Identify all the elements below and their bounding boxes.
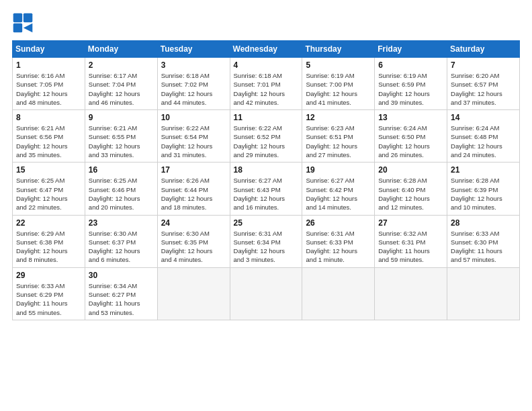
day-info: Sunrise: 6:27 AMSunset: 6:43 PMDaylight:… — [234, 176, 299, 212]
header-row: SundayMondayTuesdayWednesdayThursdayFrid… — [13, 41, 520, 58]
day-info: Sunrise: 6:19 AMSunset: 7:00 PMDaylight:… — [306, 71, 371, 107]
day-header-saturday: Saturday — [447, 41, 520, 58]
day-number: 6 — [378, 60, 443, 70]
day-info: Sunrise: 6:24 AMSunset: 6:48 PMDaylight:… — [451, 124, 516, 159]
day-header-friday: Friday — [375, 41, 447, 58]
calendar-cell: 18Sunrise: 6:27 AMSunset: 6:43 PMDayligh… — [230, 163, 302, 215]
calendar-cell: 9Sunrise: 6:21 AMSunset: 6:55 PMDaylight… — [85, 110, 157, 163]
logo — [12, 12, 36, 34]
calendar-cell: 17Sunrise: 6:26 AMSunset: 6:44 PMDayligh… — [157, 163, 230, 215]
day-info: Sunrise: 6:25 AMSunset: 6:47 PMDaylight:… — [16, 176, 81, 212]
week-row-3: 15Sunrise: 6:25 AMSunset: 6:47 PMDayligh… — [13, 163, 520, 215]
calendar-cell: 8Sunrise: 6:21 AMSunset: 6:56 PMDaylight… — [13, 110, 85, 163]
calendar-cell: 21Sunrise: 6:28 AMSunset: 6:39 PMDayligh… — [447, 163, 520, 215]
day-info: Sunrise: 6:22 AMSunset: 6:54 PMDaylight:… — [161, 124, 226, 159]
day-number: 23 — [89, 218, 154, 228]
day-info: Sunrise: 6:28 AMSunset: 6:39 PMDaylight:… — [451, 176, 516, 212]
day-number: 4 — [234, 60, 299, 70]
day-info: Sunrise: 6:23 AMSunset: 6:51 PMDaylight:… — [306, 124, 371, 159]
day-info: Sunrise: 6:27 AMSunset: 6:42 PMDaylight:… — [306, 176, 371, 212]
calendar-cell — [375, 267, 447, 320]
day-number: 12 — [306, 113, 371, 122]
day-info: Sunrise: 6:33 AMSunset: 6:29 PMDaylight:… — [16, 281, 81, 317]
calendar-cell: 14Sunrise: 6:24 AMSunset: 6:48 PMDayligh… — [447, 110, 520, 163]
day-number: 13 — [378, 113, 443, 122]
calendar-cell: 2Sunrise: 6:17 AMSunset: 7:04 PMDaylight… — [85, 58, 157, 110]
calendar-cell: 19Sunrise: 6:27 AMSunset: 6:42 PMDayligh… — [302, 163, 375, 215]
calendar-cell: 29Sunrise: 6:33 AMSunset: 6:29 PMDayligh… — [13, 267, 85, 320]
day-number: 7 — [451, 60, 516, 70]
day-info: Sunrise: 6:17 AMSunset: 7:04 PMDaylight:… — [89, 71, 154, 107]
calendar-cell: 23Sunrise: 6:30 AMSunset: 6:37 PMDayligh… — [85, 215, 157, 267]
day-number: 8 — [16, 113, 81, 122]
header — [12, 12, 520, 34]
day-info: Sunrise: 6:22 AMSunset: 6:52 PMDaylight:… — [234, 124, 299, 159]
day-info: Sunrise: 6:30 AMSunset: 6:37 PMDaylight:… — [89, 229, 154, 265]
day-info: Sunrise: 6:31 AMSunset: 6:33 PMDaylight:… — [306, 229, 371, 265]
day-header-tuesday: Tuesday — [157, 41, 230, 58]
day-number: 24 — [161, 218, 226, 228]
week-row-2: 8Sunrise: 6:21 AMSunset: 6:56 PMDaylight… — [13, 110, 520, 163]
calendar-cell — [302, 267, 375, 320]
calendar-cell: 15Sunrise: 6:25 AMSunset: 6:47 PMDayligh… — [13, 163, 85, 215]
calendar-cell: 30Sunrise: 6:34 AMSunset: 6:27 PMDayligh… — [85, 267, 157, 320]
day-info: Sunrise: 6:18 AMSunset: 7:02 PMDaylight:… — [161, 71, 226, 107]
day-number: 9 — [89, 113, 154, 122]
day-number: 21 — [451, 165, 516, 175]
day-number: 28 — [451, 218, 516, 228]
calendar-cell — [230, 267, 302, 320]
day-info: Sunrise: 6:19 AMSunset: 6:59 PMDaylight:… — [378, 71, 443, 107]
calendar-cell: 27Sunrise: 6:32 AMSunset: 6:31 PMDayligh… — [375, 215, 447, 267]
day-info: Sunrise: 6:33 AMSunset: 6:30 PMDaylight:… — [451, 229, 516, 265]
calendar-cell: 13Sunrise: 6:24 AMSunset: 6:50 PMDayligh… — [375, 110, 447, 163]
logo-icon — [12, 12, 34, 34]
day-header-monday: Monday — [85, 41, 157, 58]
day-number: 1 — [16, 60, 81, 70]
calendar-cell: 20Sunrise: 6:28 AMSunset: 6:40 PMDayligh… — [375, 163, 447, 215]
day-info: Sunrise: 6:25 AMSunset: 6:46 PMDaylight:… — [89, 176, 154, 212]
calendar-cell: 12Sunrise: 6:23 AMSunset: 6:51 PMDayligh… — [302, 110, 375, 163]
day-number: 2 — [89, 60, 154, 70]
calendar-cell: 25Sunrise: 6:31 AMSunset: 6:34 PMDayligh… — [230, 215, 302, 267]
calendar-cell — [447, 267, 520, 320]
day-info: Sunrise: 6:28 AMSunset: 6:40 PMDaylight:… — [378, 176, 443, 212]
day-info: Sunrise: 6:26 AMSunset: 6:44 PMDaylight:… — [161, 176, 226, 212]
day-number: 10 — [161, 113, 226, 122]
calendar-cell: 4Sunrise: 6:18 AMSunset: 7:01 PMDaylight… — [230, 58, 302, 110]
calendar-cell: 3Sunrise: 6:18 AMSunset: 7:02 PMDaylight… — [157, 58, 230, 110]
day-info: Sunrise: 6:34 AMSunset: 6:27 PMDaylight:… — [89, 281, 154, 317]
calendar-table: SundayMondayTuesdayWednesdayThursdayFrid… — [12, 40, 520, 320]
day-number: 22 — [16, 218, 81, 228]
calendar-cell: 28Sunrise: 6:33 AMSunset: 6:30 PMDayligh… — [447, 215, 520, 267]
day-info: Sunrise: 6:16 AMSunset: 7:05 PMDaylight:… — [16, 71, 81, 107]
svg-rect-1 — [24, 13, 32, 22]
week-row-5: 29Sunrise: 6:33 AMSunset: 6:29 PMDayligh… — [13, 267, 520, 320]
calendar-cell: 16Sunrise: 6:25 AMSunset: 6:46 PMDayligh… — [85, 163, 157, 215]
day-number: 3 — [161, 60, 226, 70]
calendar-cell: 5Sunrise: 6:19 AMSunset: 7:00 PMDaylight… — [302, 58, 375, 110]
day-number: 27 — [378, 218, 443, 228]
day-info: Sunrise: 6:21 AMSunset: 6:55 PMDaylight:… — [89, 124, 154, 159]
calendar-cell: 11Sunrise: 6:22 AMSunset: 6:52 PMDayligh… — [230, 110, 302, 163]
svg-rect-0 — [13, 13, 22, 22]
day-info: Sunrise: 6:20 AMSunset: 6:57 PMDaylight:… — [451, 71, 516, 107]
day-number: 29 — [16, 271, 81, 280]
day-number: 19 — [306, 165, 371, 175]
calendar-cell: 22Sunrise: 6:29 AMSunset: 6:38 PMDayligh… — [13, 215, 85, 267]
day-number: 30 — [89, 271, 154, 280]
day-header-sunday: Sunday — [13, 41, 85, 58]
day-number: 20 — [378, 165, 443, 175]
week-row-1: 1Sunrise: 6:16 AMSunset: 7:05 PMDaylight… — [13, 58, 520, 110]
calendar-cell: 26Sunrise: 6:31 AMSunset: 6:33 PMDayligh… — [302, 215, 375, 267]
svg-marker-3 — [24, 24, 32, 32]
day-header-thursday: Thursday — [302, 41, 375, 58]
day-number: 16 — [89, 165, 154, 175]
day-info: Sunrise: 6:32 AMSunset: 6:31 PMDaylight:… — [378, 229, 443, 265]
calendar-cell — [157, 267, 230, 320]
day-number: 17 — [161, 165, 226, 175]
day-number: 18 — [234, 165, 299, 175]
calendar-cell: 6Sunrise: 6:19 AMSunset: 6:59 PMDaylight… — [375, 58, 447, 110]
day-number: 26 — [306, 218, 371, 228]
day-info: Sunrise: 6:18 AMSunset: 7:01 PMDaylight:… — [234, 71, 299, 107]
day-info: Sunrise: 6:24 AMSunset: 6:50 PMDaylight:… — [378, 124, 443, 159]
